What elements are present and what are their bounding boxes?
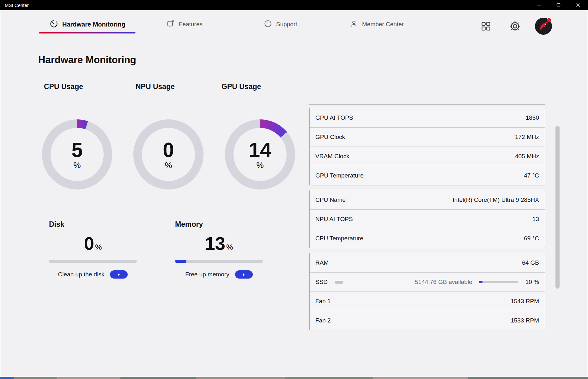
ssd-usage-bar [479, 281, 518, 283]
ssd-usage-fill [479, 281, 482, 283]
titlebar: MSI Center [0, 0, 588, 10]
stat-label: CPU Name [315, 196, 346, 203]
stat-row-cpu-temperature: CPU Temperature69 °C [310, 229, 545, 248]
stat-row-ram: RAM64 GB [310, 253, 545, 272]
tab-label: Hardware Monitoring [62, 21, 125, 28]
npu-usage-unit: % [165, 161, 172, 169]
notification-dot [547, 18, 551, 22]
gpu-usage-value: 14 [249, 140, 271, 160]
cpu-usage-unit: % [73, 161, 81, 169]
page-title: Hardware Monitoring [38, 54, 136, 66]
stat-value: 1543 RPM [511, 298, 539, 305]
gpu-usage-gauge: 14 % [225, 119, 295, 190]
user-avatar[interactable] [535, 18, 552, 35]
minimize-button[interactable] [529, 0, 549, 10]
member-icon [350, 20, 358, 29]
gpu-usage-label: GPU Usage [221, 82, 261, 91]
desktop-strip [0, 377, 588, 379]
stat-row-gpu-clock: GPU Clock172 MHz [310, 127, 545, 147]
disk-label: Disk [49, 220, 64, 229]
memory-label: Memory [175, 220, 203, 229]
ssd-available-text: 5144.76 GB available [415, 279, 472, 286]
stat-row-vram-clock: VRAM Clock405 MHz [310, 147, 545, 166]
stat-label: CPU Temperature [315, 235, 363, 242]
stats-card: RAM64 GBSSD5144.76 GB available10 %Fan 1… [309, 253, 545, 330]
npu-usage-value: 0 [163, 140, 174, 160]
stat-label: Fan 1 [315, 298, 331, 305]
disk-progress-track [49, 260, 137, 263]
memory-progress-fill [175, 260, 186, 263]
stats-card: GPU AI TOPS1850GPU Clock172 MHzVRAM Cloc… [309, 108, 545, 185]
cpu-usage-label: CPU Usage [44, 82, 83, 91]
npu-usage-gauge: 0 % [133, 119, 203, 190]
memory-percent-unit: % [226, 243, 233, 252]
npu-usage-label: NPU Usage [136, 82, 175, 91]
free-memory-label: Free up memory [185, 271, 229, 278]
stat-label: GPU AI TOPS [315, 114, 353, 121]
tab-support[interactable]: Support [264, 15, 297, 33]
close-button[interactable] [568, 0, 588, 10]
tab-label: Features [179, 21, 203, 28]
stat-row-ssd: SSD5144.76 GB available10 % [310, 272, 545, 292]
stat-row-gpu-ai-tops: GPU AI TOPS1850 [310, 108, 545, 127]
stat-label: SSD [315, 279, 328, 286]
stat-value: 47 °C [524, 172, 539, 179]
disk-percent-value: 0 [84, 234, 94, 253]
stat-value: 172 MHz [515, 134, 539, 141]
tab-features[interactable]: Features [167, 15, 203, 33]
memory-action-row: Free up memory [175, 270, 263, 279]
scrolled-card-edge [309, 104, 545, 105]
gpu-usage-unit: % [256, 161, 264, 169]
stat-value: 69 °C [524, 235, 539, 242]
hardware-stats-panel: GPU AI TOPS1850GPU Clock172 MHzVRAM Cloc… [309, 108, 545, 330]
stat-value: 10 % [525, 279, 539, 286]
disk-percent: 0 % [49, 234, 137, 253]
memory-percent-value: 13 [205, 234, 226, 253]
tab-hardware-monitoring[interactable]: Hardware Monitoring [39, 15, 136, 33]
stat-label: NPU AI TOPS [315, 216, 353, 223]
stat-value: 64 GB [522, 259, 539, 266]
memory-progress-track [175, 260, 263, 263]
stat-value: 405 MHz [515, 153, 539, 160]
free-memory-button[interactable] [235, 270, 253, 279]
stat-label: VRAM Clock [315, 153, 349, 160]
support-icon [264, 20, 272, 29]
window-title: MSI Center [5, 3, 29, 8]
cpu-usage-value: 5 [71, 140, 83, 160]
msi-center-window: MSI Center Hardware Monitoring [0, 0, 588, 379]
stat-row-gpu-temperature: GPU Temperature47 °C [310, 166, 545, 185]
disk-action-row: Clean up the disk [49, 270, 137, 279]
tab-member-center[interactable]: Member Center [350, 15, 404, 33]
cpu-usage-gauge: 5 % [42, 119, 112, 190]
stat-value: 1533 RPM [511, 317, 539, 324]
stat-row-fan-2: Fan 21533 RPM [310, 311, 545, 330]
clean-disk-button[interactable] [110, 270, 128, 279]
clean-disk-label: Clean up the disk [58, 271, 105, 278]
active-tab-underline [39, 32, 136, 33]
stat-row-npu-ai-tops: NPU AI TOPS13 [310, 209, 545, 229]
stats-card: CPU NameIntel(R) Core(TM) Ultra 9 285HXN… [309, 190, 545, 248]
stat-label: RAM [315, 259, 329, 266]
stat-value: 1850 [526, 114, 539, 121]
gauge-icon [50, 20, 58, 29]
features-icon [167, 20, 175, 29]
stat-row-cpu-name: CPU NameIntel(R) Core(TM) Ultra 9 285HX [310, 190, 545, 209]
stats-scrollbar[interactable] [555, 126, 560, 289]
tab-label: Support [276, 21, 297, 28]
stat-value: Intel(R) Core(TM) Ultra 9 285HX [453, 196, 539, 203]
memory-percent: 13 % [175, 234, 263, 253]
window-controls [529, 0, 588, 10]
tab-label: Member Center [362, 21, 404, 28]
stat-value: 13 [532, 216, 539, 223]
disk-percent-unit: % [95, 243, 102, 252]
stat-label: GPU Temperature [315, 172, 364, 179]
grid-layout-button[interactable] [480, 21, 492, 32]
ssd-mini-bar [335, 281, 343, 284]
settings-gear-button[interactable] [509, 20, 521, 33]
stat-label: Fan 2 [315, 317, 331, 324]
stat-row-fan-1: Fan 11543 RPM [310, 292, 545, 311]
maximize-button[interactable] [549, 0, 568, 10]
stat-label: GPU Clock [315, 134, 345, 141]
